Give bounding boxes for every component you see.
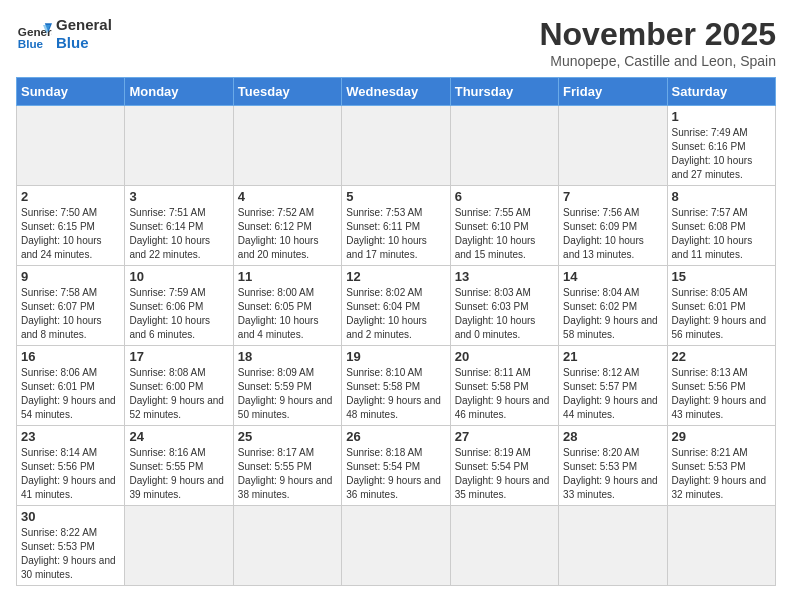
- day-info: Sunrise: 8:16 AM Sunset: 5:55 PM Dayligh…: [129, 446, 228, 502]
- day-info: Sunrise: 8:08 AM Sunset: 6:00 PM Dayligh…: [129, 366, 228, 422]
- calendar-week-5: 23Sunrise: 8:14 AM Sunset: 5:56 PM Dayli…: [17, 426, 776, 506]
- day-info: Sunrise: 7:55 AM Sunset: 6:10 PM Dayligh…: [455, 206, 554, 262]
- calendar-cell: [342, 506, 450, 586]
- day-number: 28: [563, 429, 662, 444]
- calendar-cell: 15Sunrise: 8:05 AM Sunset: 6:01 PM Dayli…: [667, 266, 775, 346]
- calendar-cell: 30Sunrise: 8:22 AM Sunset: 5:53 PM Dayli…: [17, 506, 125, 586]
- weekday-header-tuesday: Tuesday: [233, 78, 341, 106]
- calendar-cell: [233, 506, 341, 586]
- calendar-week-2: 2Sunrise: 7:50 AM Sunset: 6:15 PM Daylig…: [17, 186, 776, 266]
- calendar-cell: 29Sunrise: 8:21 AM Sunset: 5:53 PM Dayli…: [667, 426, 775, 506]
- day-number: 21: [563, 349, 662, 364]
- day-info: Sunrise: 8:02 AM Sunset: 6:04 PM Dayligh…: [346, 286, 445, 342]
- day-number: 16: [21, 349, 120, 364]
- day-number: 3: [129, 189, 228, 204]
- day-info: Sunrise: 8:06 AM Sunset: 6:01 PM Dayligh…: [21, 366, 120, 422]
- day-number: 6: [455, 189, 554, 204]
- weekday-header-row: SundayMondayTuesdayWednesdayThursdayFrid…: [17, 78, 776, 106]
- day-info: Sunrise: 8:03 AM Sunset: 6:03 PM Dayligh…: [455, 286, 554, 342]
- day-number: 23: [21, 429, 120, 444]
- day-info: Sunrise: 8:13 AM Sunset: 5:56 PM Dayligh…: [672, 366, 771, 422]
- calendar-cell: 17Sunrise: 8:08 AM Sunset: 6:00 PM Dayli…: [125, 346, 233, 426]
- day-info: Sunrise: 7:51 AM Sunset: 6:14 PM Dayligh…: [129, 206, 228, 262]
- calendar-cell: 16Sunrise: 8:06 AM Sunset: 6:01 PM Dayli…: [17, 346, 125, 426]
- calendar-cell: [125, 506, 233, 586]
- day-number: 11: [238, 269, 337, 284]
- calendar-cell: 18Sunrise: 8:09 AM Sunset: 5:59 PM Dayli…: [233, 346, 341, 426]
- calendar-cell: [233, 106, 341, 186]
- day-info: Sunrise: 7:49 AM Sunset: 6:16 PM Dayligh…: [672, 126, 771, 182]
- calendar-cell: 2Sunrise: 7:50 AM Sunset: 6:15 PM Daylig…: [17, 186, 125, 266]
- day-number: 25: [238, 429, 337, 444]
- day-info: Sunrise: 7:57 AM Sunset: 6:08 PM Dayligh…: [672, 206, 771, 262]
- calendar-cell: [125, 106, 233, 186]
- calendar-cell: 5Sunrise: 7:53 AM Sunset: 6:11 PM Daylig…: [342, 186, 450, 266]
- day-number: 19: [346, 349, 445, 364]
- calendar-week-6: 30Sunrise: 8:22 AM Sunset: 5:53 PM Dayli…: [17, 506, 776, 586]
- weekday-header-thursday: Thursday: [450, 78, 558, 106]
- day-number: 9: [21, 269, 120, 284]
- day-info: Sunrise: 8:10 AM Sunset: 5:58 PM Dayligh…: [346, 366, 445, 422]
- logo-icon: General Blue: [16, 16, 52, 52]
- weekday-header-monday: Monday: [125, 78, 233, 106]
- logo-general: General: [56, 16, 112, 34]
- day-info: Sunrise: 8:19 AM Sunset: 5:54 PM Dayligh…: [455, 446, 554, 502]
- calendar-cell: 13Sunrise: 8:03 AM Sunset: 6:03 PM Dayli…: [450, 266, 558, 346]
- calendar-cell: 27Sunrise: 8:19 AM Sunset: 5:54 PM Dayli…: [450, 426, 558, 506]
- calendar-week-3: 9Sunrise: 7:58 AM Sunset: 6:07 PM Daylig…: [17, 266, 776, 346]
- day-number: 22: [672, 349, 771, 364]
- calendar-cell: 23Sunrise: 8:14 AM Sunset: 5:56 PM Dayli…: [17, 426, 125, 506]
- day-number: 7: [563, 189, 662, 204]
- day-info: Sunrise: 7:56 AM Sunset: 6:09 PM Dayligh…: [563, 206, 662, 262]
- day-number: 2: [21, 189, 120, 204]
- title-area: November 2025 Munopepe, Castille and Leo…: [539, 16, 776, 69]
- day-info: Sunrise: 8:22 AM Sunset: 5:53 PM Dayligh…: [21, 526, 120, 582]
- calendar-cell: 6Sunrise: 7:55 AM Sunset: 6:10 PM Daylig…: [450, 186, 558, 266]
- day-info: Sunrise: 8:14 AM Sunset: 5:56 PM Dayligh…: [21, 446, 120, 502]
- calendar-cell: 12Sunrise: 8:02 AM Sunset: 6:04 PM Dayli…: [342, 266, 450, 346]
- day-number: 17: [129, 349, 228, 364]
- calendar-cell: 1Sunrise: 7:49 AM Sunset: 6:16 PM Daylig…: [667, 106, 775, 186]
- day-info: Sunrise: 8:11 AM Sunset: 5:58 PM Dayligh…: [455, 366, 554, 422]
- weekday-header-friday: Friday: [559, 78, 667, 106]
- day-info: Sunrise: 7:50 AM Sunset: 6:15 PM Dayligh…: [21, 206, 120, 262]
- day-info: Sunrise: 8:20 AM Sunset: 5:53 PM Dayligh…: [563, 446, 662, 502]
- day-info: Sunrise: 8:21 AM Sunset: 5:53 PM Dayligh…: [672, 446, 771, 502]
- svg-text:Blue: Blue: [18, 37, 44, 50]
- day-number: 12: [346, 269, 445, 284]
- day-info: Sunrise: 7:52 AM Sunset: 6:12 PM Dayligh…: [238, 206, 337, 262]
- day-info: Sunrise: 8:00 AM Sunset: 6:05 PM Dayligh…: [238, 286, 337, 342]
- location-title: Munopepe, Castille and Leon, Spain: [539, 53, 776, 69]
- calendar-cell: 20Sunrise: 8:11 AM Sunset: 5:58 PM Dayli…: [450, 346, 558, 426]
- calendar-cell: 22Sunrise: 8:13 AM Sunset: 5:56 PM Dayli…: [667, 346, 775, 426]
- day-number: 1: [672, 109, 771, 124]
- calendar-cell: [667, 506, 775, 586]
- day-number: 18: [238, 349, 337, 364]
- calendar-week-4: 16Sunrise: 8:06 AM Sunset: 6:01 PM Dayli…: [17, 346, 776, 426]
- calendar-cell: 21Sunrise: 8:12 AM Sunset: 5:57 PM Dayli…: [559, 346, 667, 426]
- day-info: Sunrise: 8:04 AM Sunset: 6:02 PM Dayligh…: [563, 286, 662, 342]
- calendar-table: SundayMondayTuesdayWednesdayThursdayFrid…: [16, 77, 776, 586]
- weekday-header-sunday: Sunday: [17, 78, 125, 106]
- calendar-cell: 26Sunrise: 8:18 AM Sunset: 5:54 PM Dayli…: [342, 426, 450, 506]
- weekday-header-wednesday: Wednesday: [342, 78, 450, 106]
- day-number: 4: [238, 189, 337, 204]
- page-header: General Blue General Blue November 2025 …: [16, 16, 776, 69]
- calendar-cell: 28Sunrise: 8:20 AM Sunset: 5:53 PM Dayli…: [559, 426, 667, 506]
- weekday-header-saturday: Saturday: [667, 78, 775, 106]
- calendar-cell: 11Sunrise: 8:00 AM Sunset: 6:05 PM Dayli…: [233, 266, 341, 346]
- calendar-cell: 8Sunrise: 7:57 AM Sunset: 6:08 PM Daylig…: [667, 186, 775, 266]
- day-number: 20: [455, 349, 554, 364]
- calendar-cell: 10Sunrise: 7:59 AM Sunset: 6:06 PM Dayli…: [125, 266, 233, 346]
- day-number: 5: [346, 189, 445, 204]
- day-info: Sunrise: 7:53 AM Sunset: 6:11 PM Dayligh…: [346, 206, 445, 262]
- calendar-cell: 3Sunrise: 7:51 AM Sunset: 6:14 PM Daylig…: [125, 186, 233, 266]
- calendar-cell: 25Sunrise: 8:17 AM Sunset: 5:55 PM Dayli…: [233, 426, 341, 506]
- calendar-cell: 7Sunrise: 7:56 AM Sunset: 6:09 PM Daylig…: [559, 186, 667, 266]
- calendar-cell: [450, 106, 558, 186]
- calendar-cell: [342, 106, 450, 186]
- day-info: Sunrise: 8:05 AM Sunset: 6:01 PM Dayligh…: [672, 286, 771, 342]
- calendar-cell: 14Sunrise: 8:04 AM Sunset: 6:02 PM Dayli…: [559, 266, 667, 346]
- calendar-cell: [17, 106, 125, 186]
- day-number: 13: [455, 269, 554, 284]
